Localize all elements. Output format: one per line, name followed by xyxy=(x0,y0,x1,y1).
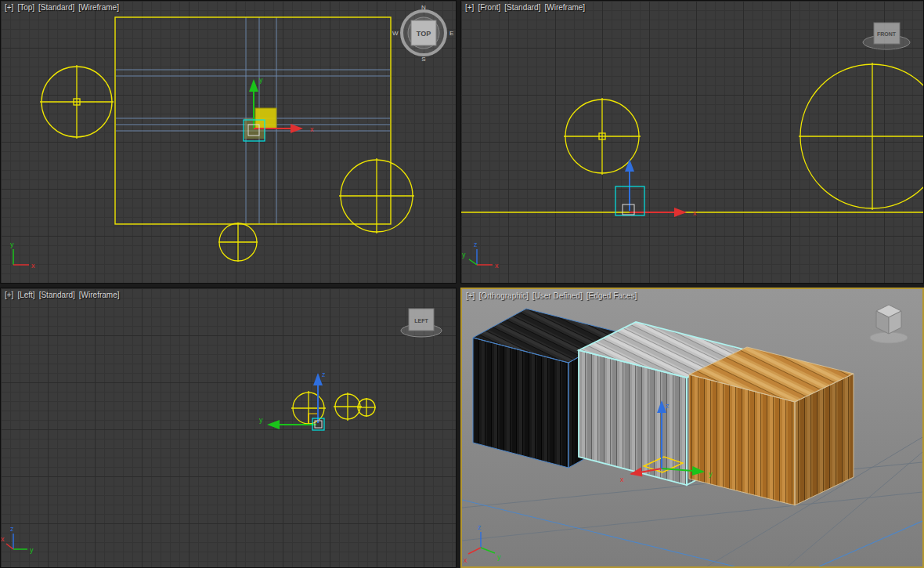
viewport-menu-plus[interactable]: [+] xyxy=(5,291,13,299)
viewport-menu-shading[interactable]: [Edged Faces] xyxy=(587,291,637,300)
viewport-menu-plus[interactable]: [+] xyxy=(465,3,474,12)
gizmo-z-label: z xyxy=(322,371,326,378)
viewcube-face-label[interactable]: LEFT xyxy=(414,318,428,324)
world-axis-line xyxy=(462,500,735,566)
gizmo-x-label: x xyxy=(620,476,624,483)
sphere-wireframe[interactable] xyxy=(357,398,376,417)
compass-w[interactable]: W xyxy=(392,30,399,37)
move-gizmo[interactable]: x xyxy=(630,161,697,217)
viewport-canvas-front[interactable]: x FRONT z x y xyxy=(461,1,924,284)
viewcube-face-label[interactable]: TOP xyxy=(417,30,431,38)
viewport-menu-top: [+][Top][Standard][Wireframe] xyxy=(5,3,123,12)
viewcube[interactable]: TOP N E S W xyxy=(392,4,453,63)
viewport-canvas-ortho[interactable]: z x y z x y xyxy=(462,289,922,566)
svg-text:y: y xyxy=(462,251,466,259)
viewport-menu-view[interactable]: [Front] xyxy=(478,3,500,12)
svg-text:x: x xyxy=(31,262,35,270)
compass-n[interactable]: N xyxy=(421,4,426,11)
world-axis-line xyxy=(819,521,922,566)
axis-tripod: z y x xyxy=(1,525,34,554)
gizmo-y-label: y xyxy=(259,416,263,424)
viewport-left[interactable]: [+][Left][Standard][Wireframe] xyxy=(0,288,457,568)
viewport-menu-view[interactable]: [Left] xyxy=(17,291,34,299)
gizmo-x-label: x xyxy=(310,125,314,133)
viewport-top[interactable]: [+][Top][Standard][Wireframe] xyxy=(0,0,457,284)
gizmo-x-label: x xyxy=(693,209,697,217)
gizmo-z-label: z xyxy=(666,402,670,410)
sphere-wireframe[interactable] xyxy=(40,65,114,139)
svg-text:z: z xyxy=(10,525,14,533)
viewport-canvas-left[interactable]: z y LEFT z y x xyxy=(1,288,457,568)
viewcube[interactable]: LEFT xyxy=(401,309,442,337)
compass-s[interactable]: S xyxy=(421,56,425,63)
gizmo-y-label: y xyxy=(259,76,263,84)
svg-text:x: x xyxy=(495,262,499,270)
svg-text:z: z xyxy=(474,241,478,248)
viewport-menu-renderer[interactable]: [Standard] xyxy=(504,3,540,12)
viewport-menu-renderer[interactable]: [Standard] xyxy=(38,3,74,12)
viewport-menu-view[interactable]: [Top] xyxy=(17,3,34,12)
viewport-menu-ortho: [+][Orthographic][User Defined][Edged Fa… xyxy=(466,291,641,300)
viewport-menu-shading[interactable]: [Wireframe] xyxy=(78,3,119,12)
sphere-wireframe[interactable] xyxy=(218,222,258,262)
sphere-wireframe[interactable] xyxy=(799,63,924,210)
viewcube-face-label[interactable]: FRONT xyxy=(877,31,897,37)
axis-tripod: z x y xyxy=(462,241,499,270)
viewport-menu-left: [+][Left][Standard][Wireframe] xyxy=(5,291,123,299)
move-gizmo[interactable]: z y xyxy=(259,371,326,425)
viewport-menu-plus[interactable]: [+] xyxy=(466,291,475,300)
viewport-canvas-top[interactable]: y x TOP N E S W y x xyxy=(1,1,457,284)
viewport-front[interactable]: [+][Front][Standard][Wireframe] xyxy=(460,0,924,284)
viewport-menu-front: [+][Front][Standard][Wireframe] xyxy=(465,3,589,12)
compass-e[interactable]: E xyxy=(449,30,453,37)
viewcube[interactable] xyxy=(870,305,908,343)
viewport-workspace: [+][Top][Standard][Wireframe] xyxy=(0,0,924,568)
viewport-menu-plus[interactable]: [+] xyxy=(5,3,13,12)
viewport-menu-shading[interactable]: [Wireframe] xyxy=(79,291,120,299)
svg-text:x: x xyxy=(1,535,5,543)
viewcube[interactable]: FRONT xyxy=(863,23,910,49)
axis-tripod: y x xyxy=(10,241,35,270)
sphere-wireframe[interactable] xyxy=(339,158,414,233)
axis-tripod: z x y xyxy=(464,523,501,564)
viewport-menu-renderer[interactable]: [Standard] xyxy=(39,291,75,299)
svg-text:z: z xyxy=(478,523,482,531)
viewport-menu-shading[interactable]: [Wireframe] xyxy=(544,3,585,12)
svg-text:y: y xyxy=(497,553,501,561)
viewport-orthographic[interactable]: [+][Orthographic][User Defined][Edged Fa… xyxy=(460,288,924,568)
svg-text:x: x xyxy=(464,556,467,564)
svg-text:y: y xyxy=(10,241,14,248)
svg-text:y: y xyxy=(30,546,34,554)
gizmo-y-label: y xyxy=(709,470,713,478)
wood-box-orange[interactable] xyxy=(689,347,854,505)
move-gizmo[interactable]: y x xyxy=(244,76,314,139)
viewport-menu-view[interactable]: [Orthographic] xyxy=(478,291,528,300)
viewport-menu-renderer[interactable]: [User Defined] xyxy=(532,291,583,300)
